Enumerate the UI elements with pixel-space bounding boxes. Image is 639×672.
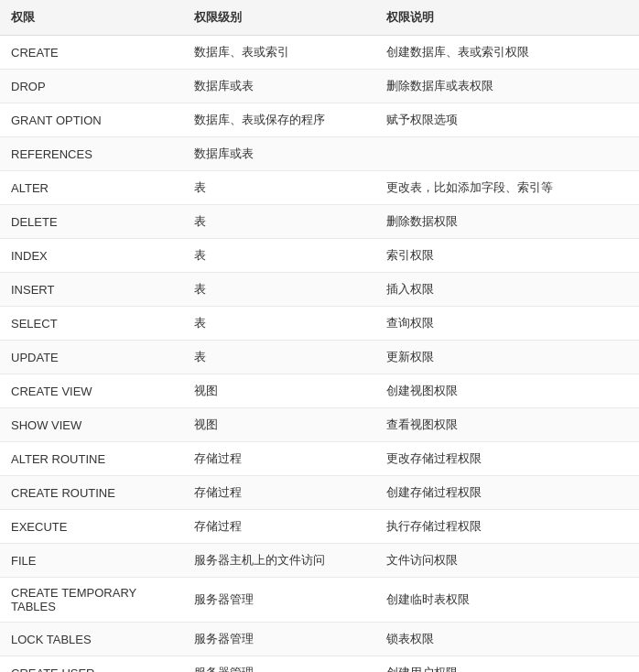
privilege-description: 插入权限 [375, 273, 639, 307]
col-header-level: 权限级别 [183, 0, 375, 36]
privilege-name: SELECT [0, 307, 183, 341]
privilege-description: 执行存储过程权限 [375, 510, 639, 544]
privilege-level: 表 [183, 273, 375, 307]
privilege-level: 视图 [183, 408, 375, 442]
privilege-level: 数据库或表 [183, 70, 375, 103]
table-row: EXECUTE存储过程执行存储过程权限 [0, 510, 639, 544]
table-row: FILE服务器主机上的文件访问文件访问权限 [0, 544, 639, 578]
privilege-description: 创建存储过程权限 [375, 476, 639, 510]
privilege-level: 表 [183, 307, 375, 341]
privileges-table-container: 权限 权限级别 权限说明 CREATE数据库、表或索引创建数据库、表或索引权限D… [0, 0, 639, 672]
privilege-level: 表 [183, 171, 375, 205]
privilege-level: 服务器管理 [183, 578, 375, 623]
table-row: CREATE TEMPORARY TABLES服务器管理创建临时表权限 [0, 578, 639, 623]
table-row: CREATE ROUTINE存储过程创建存储过程权限 [0, 476, 639, 510]
privilege-name: LOCK TABLES [0, 623, 183, 656]
privilege-name: SHOW VIEW [0, 408, 183, 442]
table-row: CREATE数据库、表或索引创建数据库、表或索引权限 [0, 36, 639, 70]
privilege-description: 创建数据库、表或索引权限 [375, 36, 639, 70]
privilege-description: 赋予权限选项 [375, 103, 639, 137]
privilege-level: 存储过程 [183, 442, 375, 476]
table-header-row: 权限 权限级别 权限说明 [0, 0, 639, 36]
privilege-name: ALTER [0, 171, 183, 205]
privilege-name: GRANT OPTION [0, 103, 183, 137]
privilege-name: INSERT [0, 273, 183, 307]
privileges-table: 权限 权限级别 权限说明 CREATE数据库、表或索引创建数据库、表或索引权限D… [0, 0, 639, 672]
col-header-privilege: 权限 [0, 0, 183, 36]
privilege-level: 服务器主机上的文件访问 [183, 544, 375, 578]
privilege-level: 数据库或表 [183, 137, 375, 171]
privilege-name: CREATE TEMPORARY TABLES [0, 578, 183, 623]
privilege-description: 锁表权限 [375, 623, 639, 656]
privilege-description: 更改存储过程权限 [375, 442, 639, 476]
table-row: INSERT表插入权限 [0, 273, 639, 307]
privilege-description: 删除数据库或表权限 [375, 70, 639, 103]
privilege-level: 存储过程 [183, 476, 375, 510]
privilege-level: 数据库、表或保存的程序 [183, 103, 375, 137]
table-row: LOCK TABLES服务器管理锁表权限 [0, 623, 639, 656]
privilege-level: 数据库、表或索引 [183, 36, 375, 70]
privilege-name: FILE [0, 544, 183, 578]
table-row: UPDATE表更新权限 [0, 341, 639, 374]
table-row: DROP数据库或表删除数据库或表权限 [0, 70, 639, 103]
privilege-description: 创建视图权限 [375, 374, 639, 408]
privilege-name: DELETE [0, 205, 183, 239]
privilege-description: 查询权限 [375, 307, 639, 341]
privilege-name: DROP [0, 70, 183, 103]
col-header-description: 权限说明 [375, 0, 639, 36]
privilege-description: 创建临时表权限 [375, 578, 639, 623]
privilege-name: CREATE ROUTINE [0, 476, 183, 510]
table-row: SHOW VIEW视图查看视图权限 [0, 408, 639, 442]
privilege-level: 表 [183, 205, 375, 239]
privilege-name: CREATE [0, 36, 183, 70]
privilege-name: INDEX [0, 239, 183, 273]
privilege-level: 视图 [183, 374, 375, 408]
table-row: SELECT表查询权限 [0, 307, 639, 341]
privilege-description: 文件访问权限 [375, 544, 639, 578]
privilege-description: 查看视图权限 [375, 408, 639, 442]
table-row: CREATE VIEW视图创建视图权限 [0, 374, 639, 408]
table-row: REFERENCES数据库或表 [0, 137, 639, 171]
table-row: ALTER表更改表，比如添加字段、索引等 [0, 171, 639, 205]
privilege-level: 存储过程 [183, 510, 375, 544]
privilege-description: 更新权限 [375, 341, 639, 374]
privilege-name: UPDATE [0, 341, 183, 374]
privilege-level: 表 [183, 239, 375, 273]
table-row: INDEX表索引权限 [0, 239, 639, 273]
table-row: ALTER ROUTINE存储过程更改存储过程权限 [0, 442, 639, 476]
privilege-description: 索引权限 [375, 239, 639, 273]
privilege-description: 删除数据权限 [375, 205, 639, 239]
table-row: CREATE USER服务器管理创建用户权限 [0, 656, 639, 673]
privilege-level: 表 [183, 341, 375, 374]
privilege-name: REFERENCES [0, 137, 183, 171]
table-row: DELETE表删除数据权限 [0, 205, 639, 239]
privilege-description: 创建用户权限 [375, 656, 639, 673]
privilege-description: 更改表，比如添加字段、索引等 [375, 171, 639, 205]
table-row: GRANT OPTION数据库、表或保存的程序赋予权限选项 [0, 103, 639, 137]
privilege-name: EXECUTE [0, 510, 183, 544]
privilege-name: ALTER ROUTINE [0, 442, 183, 476]
privilege-name: CREATE USER [0, 656, 183, 673]
privilege-description [375, 137, 639, 171]
privilege-name: CREATE VIEW [0, 374, 183, 408]
privilege-level: 服务器管理 [183, 623, 375, 656]
privilege-level: 服务器管理 [183, 656, 375, 673]
